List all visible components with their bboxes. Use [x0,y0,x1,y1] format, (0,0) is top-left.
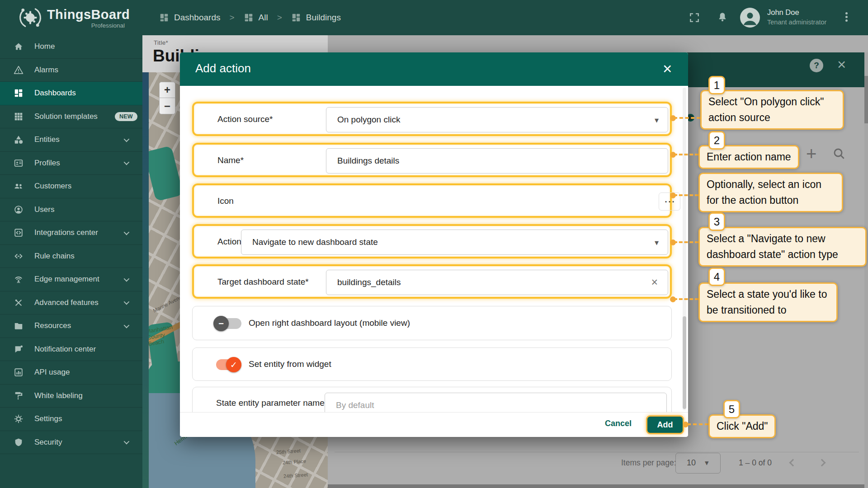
more-menu-icon[interactable] [843,11,850,25]
alarm-warning-icon [14,65,24,75]
screen: ? × + Items per page: 10 ▾ 1 – 0 of 0 Ti… [0,0,868,488]
sidebar-item-entities[interactable]: Entities [0,128,142,152]
name-input[interactable]: Buildings details [326,148,668,174]
add-action-dialog: Add action × Action source* On polygon c… [180,52,688,437]
search-icon[interactable] [832,146,846,161]
action-source-select[interactable]: On polygon click ▾ [326,107,668,132]
dashboard-icon [244,13,254,23]
sidebar-item-profiles[interactable]: Profiles [0,152,142,175]
add-button[interactable]: Add [646,415,684,434]
gear-icon [14,414,24,424]
dialog-scrollbar-thumb[interactable] [683,316,686,409]
dialog-close-icon[interactable]: × [663,60,672,78]
integrations-icon [14,228,24,238]
cancel-button[interactable]: Cancel [605,419,632,428]
toggle-off-knob[interactable]: − [213,316,229,331]
dialog-header: Add action × [180,52,688,86]
callout-text-icon: Optionally, select an icon for the actio… [698,173,843,212]
sidebar-item-alarms[interactable]: Alarms [0,59,142,82]
breadcrumb-item-dashboards[interactable]: Dashboards [159,13,220,23]
sidebar-item-rule-chains[interactable]: Rule chains [0,245,142,268]
callout-dot [670,296,676,302]
logo-title[interactable]: ThingsBoard [47,7,130,22]
sidebar-item-label: Home [34,42,55,51]
entities-icon [14,135,24,145]
notifications-bell-icon[interactable] [717,11,728,23]
action-source-field-highlight: Action source* On polygon click ▾ [192,102,672,136]
sidebar-item-label: White labeling [34,391,83,400]
action-select[interactable]: Navigate to new dashboard state ▾ [241,230,668,255]
sidebar: Home Alarms Dashboards Solution template… [0,35,142,488]
items-per-page-label: Items per page: [621,458,676,468]
callout-connector [674,194,698,196]
callout-connector [674,298,698,300]
sidebar-item-edge-management[interactable]: Edge management [0,268,142,291]
sidebar-item-integrations-center[interactable]: Integrations center [0,221,142,245]
sidebar-item-resources[interactable]: Resources [0,314,142,338]
chevron-down-icon [124,229,130,235]
callout-dot [670,239,676,245]
sidebar-item-notification-center[interactable]: Notification center [0,338,142,361]
map-park [146,322,183,399]
sidebar-item-security[interactable]: Security [0,431,142,455]
breadcrumb-item-all[interactable]: All [244,13,268,23]
thingsboard-logo-icon[interactable] [18,5,42,30]
add-action-icon[interactable]: + [806,144,816,164]
zoom-out-button[interactable]: − [159,98,175,114]
name-field-highlight: Name* Buildings details [192,143,672,177]
target-state-field-highlight: Target dashboard state* buildings_detail… [192,264,672,299]
sidebar-item-label: Users [34,205,54,214]
action-field-highlight: Action Navigate to new dashboard state ▾ [192,224,672,258]
logo-subtitle: Professional [47,22,125,29]
chevron-down-icon [124,160,130,165]
edge-antenna-icon [14,274,24,284]
page-size-select[interactable]: 10 ▾ [675,453,721,474]
sidebar-item-users[interactable]: Users [0,198,142,222]
map-street-label: 24th Place [283,458,307,465]
breadcrumb-label: All [259,13,268,23]
target-state-input[interactable]: buildings_details × [326,270,668,295]
callout-connector [674,241,698,243]
sidebar-item-dashboards[interactable]: Dashboards [0,82,142,105]
sidebar-item-white-labeling[interactable]: White labeling [0,385,142,408]
target-state-value: buildings_details [337,277,401,287]
title-field-label: Title* [154,39,168,46]
user-avatar[interactable] [740,8,760,28]
paint-format-icon [14,391,24,401]
panel-close-icon[interactable]: × [837,56,846,73]
sidebar-item-home[interactable]: Home [0,35,142,59]
dialog-footer: Cancel Add [180,412,688,437]
callout-dot [670,115,676,121]
callout-number-4: 4 [708,267,725,286]
sidebar-item-advanced-features[interactable]: Advanced features [0,291,142,315]
sidebar-item-label: Customers [34,182,71,191]
pagination-divider [335,452,859,452]
sidebar-item-settings[interactable]: Settings [0,408,142,431]
customers-people-icon [14,181,24,191]
breadcrumb-label: Buildings [306,13,341,23]
rule-chains-icon [14,251,24,261]
dashboards-icon [14,88,24,98]
callout-number-5: 5 [723,400,740,418]
sidebar-item-customers[interactable]: Customers [0,175,142,198]
person-icon [740,8,760,28]
profiles-badge-icon [14,158,24,168]
page-scrollbar-thumb[interactable] [864,76,868,123]
zoom-in-button[interactable]: + [159,82,175,98]
sidebar-item-api-usage[interactable]: API usage [0,361,142,385]
chevron-down-icon [124,276,130,282]
breadcrumb-label: Dashboards [174,13,220,23]
fullscreen-icon[interactable] [689,12,700,23]
callout-connector [687,423,708,425]
help-icon[interactable]: ? [810,59,823,72]
clear-icon[interactable]: × [651,276,658,289]
user-name: John Doe [767,8,799,17]
map-area-label: Manhattan County Beach [146,323,184,347]
breadcrumb-item-buildings[interactable]: Buildings [291,13,341,23]
callout-text-5: Click "Add" [708,414,776,438]
callout-connector [674,154,698,155]
callout-dot [670,152,676,158]
sidebar-item-solution-templates[interactable]: Solution templates NEW [0,105,142,129]
toggle-on-knob[interactable]: ✓ [226,357,241,372]
state-entity-param-label: State entity parameter name [216,398,325,408]
